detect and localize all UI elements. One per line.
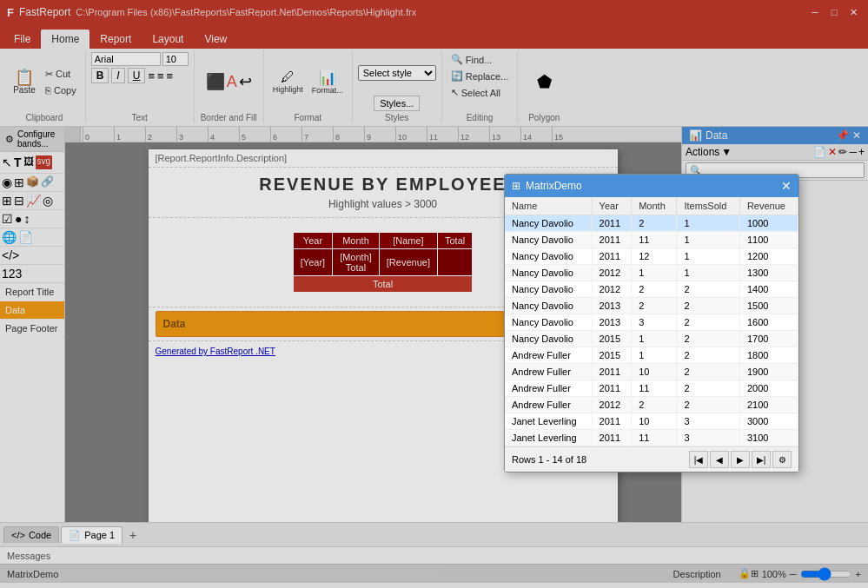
table-row[interactable]: Nancy Davolio20111111100 bbox=[505, 232, 798, 248]
table-row[interactable]: Andrew Fuller20111122000 bbox=[505, 380, 798, 397]
cell-itemsSold: 2 bbox=[677, 380, 739, 397]
cell-month: 2 bbox=[632, 215, 677, 232]
cell-name: Nancy Davolio bbox=[505, 314, 592, 331]
cell-itemsSold: 2 bbox=[677, 314, 739, 331]
table-row[interactable]: Andrew Fuller20111021900 bbox=[505, 364, 798, 380]
cell-month: 1 bbox=[632, 331, 677, 347]
cell-year: 2015 bbox=[592, 347, 632, 364]
cell-month: 2 bbox=[632, 397, 677, 413]
cell-name: Janet Leverling bbox=[505, 430, 592, 446]
col-revenue: Revenue bbox=[739, 197, 798, 215]
modal-overlay: ⊞ MatrixDemo ✕ Name Year Month ItemsSold… bbox=[0, 0, 868, 583]
nav-next-button[interactable]: ▶ bbox=[731, 451, 750, 468]
cell-month: 11 bbox=[632, 232, 677, 248]
col-year: Year bbox=[592, 197, 632, 215]
cell-itemsSold: 1 bbox=[677, 248, 739, 265]
cell-month: 10 bbox=[632, 413, 677, 430]
modal-data-table: Name Year Month ItemsSold Revenue Nancy … bbox=[505, 197, 798, 446]
col-name: Name bbox=[505, 197, 592, 215]
cell-revenue: 1800 bbox=[739, 347, 798, 364]
cell-revenue: 3100 bbox=[739, 430, 798, 446]
modal-close-button[interactable]: ✕ bbox=[781, 179, 792, 193]
cell-month: 2 bbox=[632, 281, 677, 298]
cell-itemsSold: 2 bbox=[677, 347, 739, 364]
table-row[interactable]: Nancy Davolio2015121700 bbox=[505, 331, 798, 347]
cell-itemsSold: 2 bbox=[677, 397, 739, 413]
cell-name: Nancy Davolio bbox=[505, 281, 592, 298]
cell-name: Nancy Davolio bbox=[505, 232, 592, 248]
cell-revenue: 1100 bbox=[739, 232, 798, 248]
modal-header-left: ⊞ MatrixDemo bbox=[512, 180, 582, 192]
matrixdemo-modal: ⊞ MatrixDemo ✕ Name Year Month ItemsSold… bbox=[504, 174, 799, 472]
cell-year: 2011 bbox=[592, 380, 632, 397]
cell-month: 2 bbox=[632, 298, 677, 314]
cell-name: Janet Leverling bbox=[505, 413, 592, 430]
cell-year: 2011 bbox=[592, 413, 632, 430]
modal-table-icon: ⊞ bbox=[512, 180, 520, 192]
cell-year: 2012 bbox=[592, 265, 632, 281]
cell-year: 2013 bbox=[592, 314, 632, 331]
cell-year: 2011 bbox=[592, 232, 632, 248]
modal-header-row: Name Year Month ItemsSold Revenue bbox=[505, 197, 798, 215]
cell-itemsSold: 1 bbox=[677, 265, 739, 281]
cell-name: Nancy Davolio bbox=[505, 331, 592, 347]
modal-footer: Rows 1 - 14 of 18 |◀ ◀ ▶ ▶| ⚙ bbox=[505, 446, 798, 472]
cell-month: 12 bbox=[632, 248, 677, 265]
cell-revenue: 2100 bbox=[739, 397, 798, 413]
cell-revenue: 1700 bbox=[739, 331, 798, 347]
table-row[interactable]: Nancy Davolio2011211000 bbox=[505, 215, 798, 232]
cell-revenue: 3000 bbox=[739, 413, 798, 430]
cell-month: 3 bbox=[632, 314, 677, 331]
cell-itemsSold: 2 bbox=[677, 298, 739, 314]
cell-revenue: 1000 bbox=[739, 215, 798, 232]
table-row[interactable]: Janet Leverling20111133100 bbox=[505, 430, 798, 446]
table-row[interactable]: Andrew Fuller2012222100 bbox=[505, 397, 798, 413]
cell-month: 11 bbox=[632, 430, 677, 446]
modal-title: MatrixDemo bbox=[526, 180, 582, 192]
nav-prev-button[interactable]: ◀ bbox=[710, 451, 729, 468]
cell-revenue: 2000 bbox=[739, 380, 798, 397]
cell-itemsSold: 1 bbox=[677, 232, 739, 248]
nav-extra-button[interactable]: ⚙ bbox=[772, 451, 792, 468]
cell-year: 2012 bbox=[592, 281, 632, 298]
cell-revenue: 1200 bbox=[739, 248, 798, 265]
table-row[interactable]: Nancy Davolio2012111300 bbox=[505, 265, 798, 281]
cell-name: Andrew Fuller bbox=[505, 380, 592, 397]
cell-revenue: 1500 bbox=[739, 298, 798, 314]
cell-name: Nancy Davolio bbox=[505, 248, 592, 265]
cell-year: 2011 bbox=[592, 430, 632, 446]
cell-name: Nancy Davolio bbox=[505, 298, 592, 314]
table-row[interactable]: Nancy Davolio2013221500 bbox=[505, 298, 798, 314]
cell-itemsSold: 3 bbox=[677, 413, 739, 430]
nav-last-button[interactable]: ▶| bbox=[752, 451, 771, 468]
cell-name: Andrew Fuller bbox=[505, 397, 592, 413]
table-row[interactable]: Andrew Fuller2015121800 bbox=[505, 347, 798, 364]
cell-revenue: 1600 bbox=[739, 314, 798, 331]
modal-table-area[interactable]: Name Year Month ItemsSold Revenue Nancy … bbox=[505, 197, 798, 446]
modal-nav-buttons: |◀ ◀ ▶ ▶| ⚙ bbox=[689, 451, 792, 468]
cell-month: 1 bbox=[632, 347, 677, 364]
nav-first-button[interactable]: |◀ bbox=[689, 451, 708, 468]
cell-year: 2012 bbox=[592, 397, 632, 413]
table-row[interactable]: Nancy Davolio2013321600 bbox=[505, 314, 798, 331]
cell-revenue: 1400 bbox=[739, 281, 798, 298]
cell-itemsSold: 1 bbox=[677, 215, 739, 232]
cell-month: 1 bbox=[632, 265, 677, 281]
cell-name: Andrew Fuller bbox=[505, 364, 592, 380]
table-row[interactable]: Janet Leverling20111033000 bbox=[505, 413, 798, 430]
table-row[interactable]: Nancy Davolio20111211200 bbox=[505, 248, 798, 265]
cell-year: 2011 bbox=[592, 364, 632, 380]
cell-year: 2013 bbox=[592, 298, 632, 314]
cell-year: 2011 bbox=[592, 215, 632, 232]
row-count-label: Rows 1 - 14 of 18 bbox=[512, 454, 586, 465]
cell-itemsSold: 2 bbox=[677, 331, 739, 347]
table-row[interactable]: Nancy Davolio2012221400 bbox=[505, 281, 798, 298]
modal-header: ⊞ MatrixDemo ✕ bbox=[505, 175, 798, 197]
col-month: Month bbox=[632, 197, 677, 215]
cell-revenue: 1900 bbox=[739, 364, 798, 380]
cell-name: Andrew Fuller bbox=[505, 347, 592, 364]
cell-year: 2011 bbox=[592, 248, 632, 265]
cell-year: 2015 bbox=[592, 331, 632, 347]
cell-itemsSold: 3 bbox=[677, 430, 739, 446]
cell-itemsSold: 2 bbox=[677, 281, 739, 298]
